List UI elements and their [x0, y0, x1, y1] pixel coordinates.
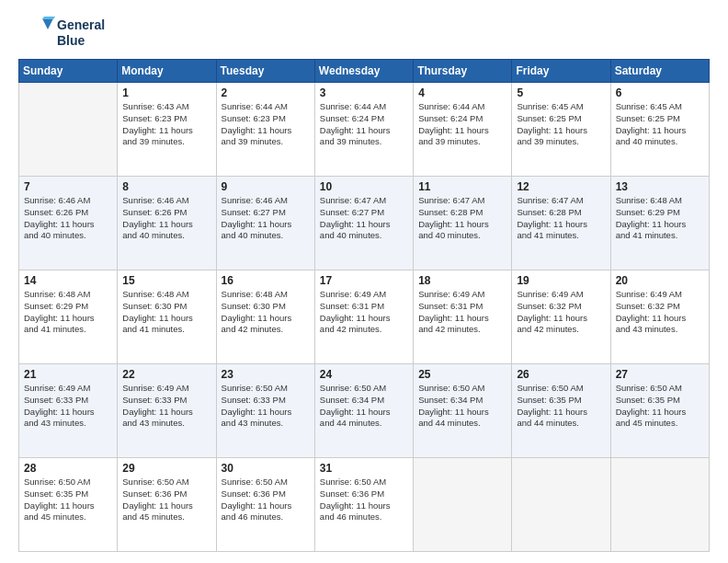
day-number: 16 — [222, 274, 310, 287]
week-row-3: 14Sunrise: 6:48 AM Sunset: 6:29 PM Dayli… — [19, 270, 710, 364]
day-number: 24 — [320, 368, 408, 381]
calendar-cell: 13Sunrise: 6:48 AM Sunset: 6:29 PM Dayli… — [610, 177, 709, 270]
calendar-cell: 21Sunrise: 6:49 AM Sunset: 6:33 PM Dayli… — [19, 364, 118, 458]
day-info: Sunrise: 6:48 AM Sunset: 6:29 PM Dayligh… — [24, 289, 112, 336]
day-info: Sunrise: 6:49 AM Sunset: 6:31 PM Dayligh… — [320, 289, 408, 336]
header-row: SundayMondayTuesdayWednesdayThursdayFrid… — [19, 60, 710, 83]
header: General Blue — [18, 15, 710, 52]
day-info: Sunrise: 6:48 AM Sunset: 6:30 PM Dayligh… — [222, 289, 310, 336]
calendar-cell: 7Sunrise: 6:46 AM Sunset: 6:26 PM Daylig… — [19, 177, 118, 270]
calendar-cell — [414, 458, 512, 552]
day-number: 18 — [418, 274, 506, 287]
day-number: 30 — [222, 462, 310, 475]
calendar-cell: 25Sunrise: 6:50 AM Sunset: 6:34 PM Dayli… — [414, 364, 512, 458]
calendar-cell: 20Sunrise: 6:49 AM Sunset: 6:32 PM Dayli… — [610, 270, 709, 364]
day-number: 28 — [24, 462, 112, 475]
calendar-cell: 10Sunrise: 6:47 AM Sunset: 6:27 PM Dayli… — [314, 177, 413, 270]
day-number: 11 — [418, 180, 506, 193]
day-number: 2 — [222, 86, 310, 99]
col-header-tuesday: Tuesday — [216, 60, 314, 83]
calendar-cell: 27Sunrise: 6:50 AM Sunset: 6:35 PM Dayli… — [610, 364, 709, 458]
day-info: Sunrise: 6:49 AM Sunset: 6:32 PM Dayligh… — [616, 289, 704, 336]
day-info: Sunrise: 6:47 AM Sunset: 6:27 PM Dayligh… — [320, 195, 408, 242]
calendar-cell: 2Sunrise: 6:44 AM Sunset: 6:23 PM Daylig… — [216, 83, 314, 177]
calendar-cell: 6Sunrise: 6:45 AM Sunset: 6:25 PM Daylig… — [610, 83, 709, 177]
calendar-cell — [610, 458, 709, 552]
day-number: 22 — [122, 368, 210, 381]
day-info: Sunrise: 6:47 AM Sunset: 6:28 PM Dayligh… — [517, 195, 605, 242]
day-number: 5 — [517, 86, 605, 99]
logo: General Blue — [18, 15, 105, 52]
calendar-cell: 14Sunrise: 6:48 AM Sunset: 6:29 PM Dayli… — [19, 270, 118, 364]
day-info: Sunrise: 6:48 AM Sunset: 6:29 PM Dayligh… — [616, 195, 704, 242]
day-number: 17 — [320, 274, 408, 287]
day-info: Sunrise: 6:50 AM Sunset: 6:36 PM Dayligh… — [320, 477, 408, 523]
col-header-thursday: Thursday — [414, 60, 512, 83]
calendar-cell — [19, 83, 118, 177]
calendar-cell: 28Sunrise: 6:50 AM Sunset: 6:35 PM Dayli… — [19, 458, 118, 552]
day-info: Sunrise: 6:50 AM Sunset: 6:34 PM Dayligh… — [418, 383, 506, 430]
calendar-cell: 12Sunrise: 6:47 AM Sunset: 6:28 PM Dayli… — [512, 177, 610, 270]
logo-text: General Blue — [57, 17, 105, 49]
day-info: Sunrise: 6:49 AM Sunset: 6:31 PM Dayligh… — [418, 289, 506, 336]
week-row-5: 28Sunrise: 6:50 AM Sunset: 6:35 PM Dayli… — [19, 458, 710, 552]
day-info: Sunrise: 6:50 AM Sunset: 6:35 PM Dayligh… — [24, 477, 112, 523]
week-row-4: 21Sunrise: 6:49 AM Sunset: 6:33 PM Dayli… — [19, 364, 710, 458]
calendar-cell: 11Sunrise: 6:47 AM Sunset: 6:28 PM Dayli… — [414, 177, 512, 270]
day-info: Sunrise: 6:49 AM Sunset: 6:33 PM Dayligh… — [24, 383, 112, 430]
day-number: 6 — [616, 86, 704, 99]
day-info: Sunrise: 6:44 AM Sunset: 6:23 PM Dayligh… — [222, 101, 310, 148]
day-number: 13 — [616, 180, 704, 193]
col-header-wednesday: Wednesday — [314, 60, 413, 83]
day-number: 9 — [222, 180, 310, 193]
calendar-cell: 1Sunrise: 6:43 AM Sunset: 6:23 PM Daylig… — [118, 83, 216, 177]
col-header-saturday: Saturday — [610, 60, 709, 83]
day-number: 31 — [320, 462, 408, 475]
calendar-cell: 8Sunrise: 6:46 AM Sunset: 6:26 PM Daylig… — [118, 177, 216, 270]
calendar-cell: 15Sunrise: 6:48 AM Sunset: 6:30 PM Dayli… — [118, 270, 216, 364]
day-number: 12 — [517, 180, 605, 193]
day-info: Sunrise: 6:45 AM Sunset: 6:25 PM Dayligh… — [517, 101, 605, 148]
day-info: Sunrise: 6:50 AM Sunset: 6:36 PM Dayligh… — [222, 477, 310, 523]
day-info: Sunrise: 6:46 AM Sunset: 6:26 PM Dayligh… — [122, 195, 210, 242]
day-number: 1 — [122, 86, 210, 99]
logo-icon — [18, 15, 55, 52]
day-number: 19 — [517, 274, 605, 287]
calendar-cell: 22Sunrise: 6:49 AM Sunset: 6:33 PM Dayli… — [118, 364, 216, 458]
calendar-cell: 29Sunrise: 6:50 AM Sunset: 6:36 PM Dayli… — [118, 458, 216, 552]
day-info: Sunrise: 6:50 AM Sunset: 6:35 PM Dayligh… — [517, 383, 605, 430]
day-info: Sunrise: 6:50 AM Sunset: 6:33 PM Dayligh… — [222, 383, 310, 430]
day-info: Sunrise: 6:49 AM Sunset: 6:32 PM Dayligh… — [517, 289, 605, 336]
col-header-sunday: Sunday — [19, 60, 118, 83]
day-number: 10 — [320, 180, 408, 193]
day-number: 27 — [616, 368, 704, 381]
day-info: Sunrise: 6:46 AM Sunset: 6:26 PM Dayligh… — [24, 195, 112, 242]
day-number: 3 — [320, 86, 408, 99]
day-number: 26 — [517, 368, 605, 381]
calendar-cell: 9Sunrise: 6:46 AM Sunset: 6:27 PM Daylig… — [216, 177, 314, 270]
calendar-cell: 3Sunrise: 6:44 AM Sunset: 6:24 PM Daylig… — [314, 83, 413, 177]
svg-marker-1 — [42, 17, 55, 19]
day-info: Sunrise: 6:50 AM Sunset: 6:34 PM Dayligh… — [320, 383, 408, 430]
day-number: 25 — [418, 368, 506, 381]
calendar-table: SundayMondayTuesdayWednesdayThursdayFrid… — [18, 59, 710, 552]
day-info: Sunrise: 6:50 AM Sunset: 6:35 PM Dayligh… — [616, 383, 704, 430]
week-row-1: 1Sunrise: 6:43 AM Sunset: 6:23 PM Daylig… — [19, 83, 710, 177]
calendar-cell: 26Sunrise: 6:50 AM Sunset: 6:35 PM Dayli… — [512, 364, 610, 458]
col-header-monday: Monday — [118, 60, 216, 83]
calendar-cell — [512, 458, 610, 552]
day-info: Sunrise: 6:44 AM Sunset: 6:24 PM Dayligh… — [320, 101, 408, 148]
day-number: 4 — [418, 86, 506, 99]
day-info: Sunrise: 6:44 AM Sunset: 6:24 PM Dayligh… — [418, 101, 506, 148]
day-info: Sunrise: 6:43 AM Sunset: 6:23 PM Dayligh… — [122, 101, 210, 148]
day-number: 20 — [616, 274, 704, 287]
calendar-cell: 23Sunrise: 6:50 AM Sunset: 6:33 PM Dayli… — [216, 364, 314, 458]
calendar-cell: 30Sunrise: 6:50 AM Sunset: 6:36 PM Dayli… — [216, 458, 314, 552]
day-info: Sunrise: 6:50 AM Sunset: 6:36 PM Dayligh… — [122, 477, 210, 523]
day-number: 23 — [222, 368, 310, 381]
day-number: 15 — [122, 274, 210, 287]
day-info: Sunrise: 6:49 AM Sunset: 6:33 PM Dayligh… — [122, 383, 210, 430]
week-row-2: 7Sunrise: 6:46 AM Sunset: 6:26 PM Daylig… — [19, 177, 710, 270]
logo-line1: General — [57, 17, 105, 33]
svg-marker-0 — [42, 18, 53, 29]
